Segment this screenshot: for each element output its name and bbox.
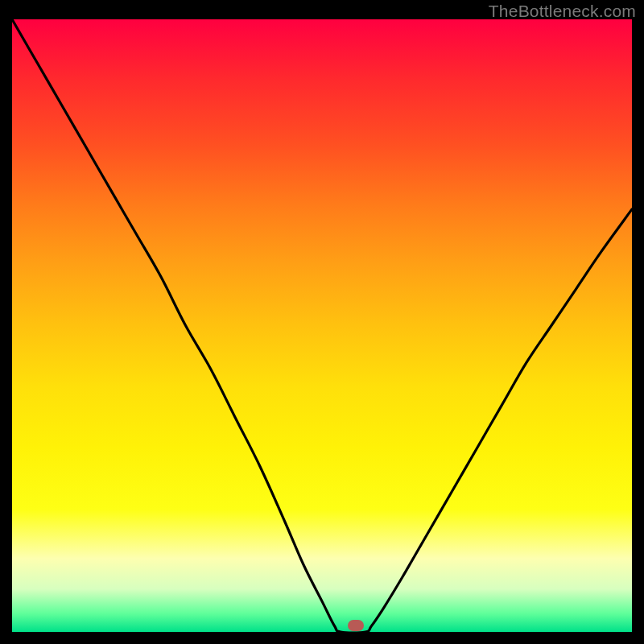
outer-frame: TheBottleneck.com <box>0 0 644 644</box>
optimum-marker <box>348 620 364 631</box>
plot-area <box>12 19 632 632</box>
watermark-text: TheBottleneck.com <box>489 2 636 21</box>
bottleneck-curve <box>12 19 632 632</box>
